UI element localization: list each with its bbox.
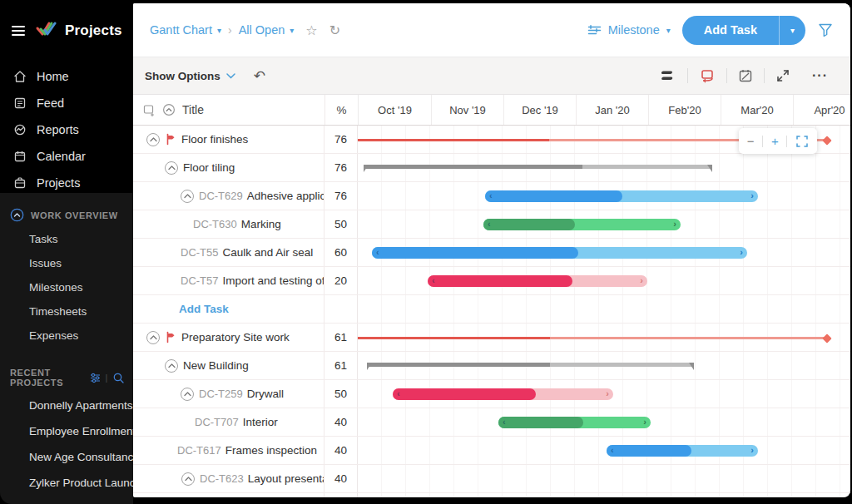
more-options-button[interactable]: ··· [801, 68, 839, 83]
sidebar-item-reports[interactable]: Reports [0, 116, 133, 143]
row-collapse-icon[interactable] [165, 359, 178, 373]
sidebar-item-calendar[interactable]: Calendar [0, 143, 133, 170]
critical-path-icon [699, 68, 716, 83]
search-icon[interactable] [112, 372, 125, 384]
recent-project-item[interactable]: Zylker Product Launch [0, 470, 133, 496]
bar-resize-right-icon[interactable]: › [673, 220, 676, 229]
month-column-header: Jan '20 [576, 95, 648, 125]
sidebar-item-expenses[interactable]: Expenses [0, 324, 133, 348]
sidebar-item-label: Feed [37, 96, 64, 110]
add-column-icon[interactable] [143, 104, 156, 116]
milestone-diamond-icon[interactable] [822, 136, 831, 145]
milestone-label: Milestone [608, 23, 660, 37]
zoom-in-button[interactable]: + [771, 135, 779, 147]
recent-project-item[interactable]: Donnelly Apartments [0, 393, 133, 418]
title-column-header[interactable]: Title [182, 103, 204, 116]
task-title[interactable]: Floor finishes [181, 133, 248, 146]
bar-resize-left-icon[interactable]: ‹ [397, 389, 400, 398]
project-filter-icon[interactable] [89, 372, 102, 384]
work-overview-header[interactable]: WORK OVERVIEW [0, 193, 133, 227]
bar-resize-left-icon[interactable]: ‹ [376, 248, 379, 257]
critical-path-button[interactable] [688, 68, 726, 83]
row-collapse-icon[interactable] [146, 133, 160, 146]
sidebar-item-issues[interactable]: Issues [0, 251, 133, 275]
task-title[interactable]: Floor tiling [183, 161, 235, 174]
gantt-task-bar[interactable]: ‹› [393, 388, 613, 400]
chevron-down-icon: ▾ [217, 26, 221, 35]
row-collapse-icon[interactable] [181, 388, 194, 401]
task-id: DC-T629 [199, 190, 243, 202]
filter-funnel-icon[interactable] [817, 22, 834, 38]
table-row: New Building61 [133, 352, 850, 380]
gantt-summary-bar[interactable] [367, 363, 694, 367]
undo-icon[interactable]: ↶ [254, 67, 265, 85]
baseline-button[interactable] [649, 69, 687, 82]
gantt-task-bar[interactable]: ‹› [607, 445, 758, 457]
gantt-milestone-line[interactable] [358, 337, 826, 339]
task-title[interactable]: Frames inspection [225, 444, 317, 457]
bar-resize-right-icon[interactable]: › [750, 191, 754, 200]
view-selector-gantt[interactable]: Gantt Chart ▾ [150, 23, 221, 37]
bar-resize-right-icon[interactable]: › [606, 389, 609, 398]
percent-column-header[interactable]: % [324, 95, 358, 125]
gantt-task-bar[interactable]: ‹› [485, 190, 758, 202]
app-frame: Projects Home Feed Reports Calendar Proj… [0, 0, 852, 504]
collapse-all-icon[interactable] [162, 103, 176, 116]
fit-to-screen-icon[interactable] [795, 135, 809, 148]
sidebar-item-timesheets[interactable]: Timesheets [0, 299, 133, 324]
row-collapse-icon[interactable] [181, 472, 195, 486]
sidebar-item-milestones[interactable]: Milestones [0, 275, 133, 299]
filter-selector-all-open[interactable]: All Open ▾ [239, 23, 295, 37]
task-title[interactable]: Import and testing of woo.. [223, 274, 324, 287]
bar-resize-right-icon[interactable]: › [750, 446, 754, 455]
gantt-summary-bar[interactable] [364, 165, 712, 169]
hamburger-menu-icon[interactable] [12, 26, 25, 36]
app-title: Projects [65, 22, 122, 39]
row-collapse-icon[interactable] [146, 331, 160, 344]
fullscreen-button[interactable] [765, 68, 801, 83]
task-title[interactable]: Caulk and Air seal [223, 246, 314, 259]
bar-resize-left-icon[interactable]: ‹ [488, 220, 491, 229]
row-collapse-icon[interactable] [181, 190, 194, 203]
bar-resize-left-icon[interactable]: ‹ [432, 276, 435, 285]
sidebar-item-tasks[interactable]: Tasks [0, 227, 133, 251]
milestone-view-selector[interactable]: Milestone ▾ [587, 23, 671, 37]
gantt-task-bar[interactable]: ‹› [372, 247, 747, 259]
gantt-task-bar[interactable]: ‹› [498, 417, 651, 428]
gantt-task-bar[interactable]: ‹› [428, 275, 647, 287]
favorite-star-icon[interactable]: ☆ [305, 22, 317, 38]
bar-resize-left-icon[interactable]: ‹ [489, 191, 493, 200]
add-task-dropdown[interactable]: ▾ [779, 16, 805, 45]
zoom-out-button[interactable]: − [747, 135, 755, 147]
bar-resize-right-icon[interactable]: › [640, 276, 643, 285]
sidebar: Projects Home Feed Reports Calendar Proj… [0, 0, 133, 504]
bar-resize-left-icon[interactable]: ‹ [503, 418, 506, 427]
refresh-icon[interactable]: ↻ [329, 22, 340, 38]
bar-resize-left-icon[interactable]: ‹ [611, 446, 614, 455]
task-title[interactable]: Interior [243, 416, 278, 428]
show-options-button[interactable]: Show Options [145, 70, 235, 82]
bar-resize-right-icon[interactable]: › [740, 248, 743, 257]
chevron-down-icon: ▾ [666, 26, 671, 35]
recent-project-item[interactable]: New Age Consultancy [0, 444, 133, 470]
table-row: DC-T630Marking50‹› [133, 210, 850, 239]
task-title[interactable]: Adhesive application [247, 190, 324, 202]
milestone-diamond-icon[interactable] [822, 334, 831, 343]
add-task-button[interactable]: Add Task ▾ [682, 16, 805, 45]
task-title[interactable]: Drywall [247, 388, 284, 400]
exclude-weekend-button[interactable] [727, 68, 764, 83]
task-title[interactable]: New Building [183, 359, 249, 372]
recent-project-item[interactable]: Employee Enrollment [0, 418, 133, 444]
sidebar-item-home[interactable]: Home [0, 63, 133, 90]
gantt-task-bar[interactable]: ‹› [483, 219, 681, 230]
task-title[interactable]: Layout presentation [248, 472, 324, 485]
task-title[interactable]: Marking [241, 218, 281, 230]
recent-project-item[interactable]: Zylker Cofee Shop [0, 496, 133, 504]
task-title[interactable]: Preparatory Site work [181, 331, 290, 343]
add-task-row-link[interactable]: Add Task [179, 303, 229, 315]
row-collapse-icon[interactable] [165, 161, 178, 175]
sidebar-item-feed[interactable]: Feed [0, 90, 133, 116]
task-id: DC-T259 [199, 388, 243, 400]
bar-resize-right-icon[interactable]: › [643, 418, 646, 427]
month-column-header: Oct '19 [359, 95, 431, 125]
